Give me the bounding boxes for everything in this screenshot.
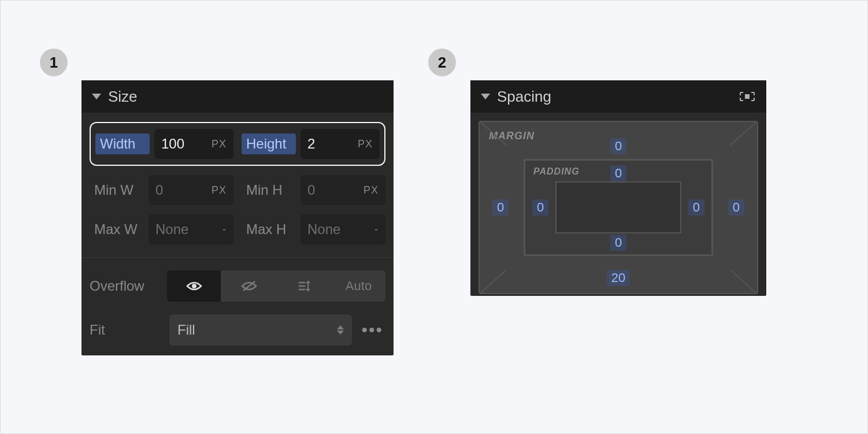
padding-bottom-input[interactable]: 0 (610, 235, 626, 251)
max-w-input[interactable]: None - (149, 214, 233, 244)
diag-line (480, 269, 507, 294)
height-input[interactable]: 2 PX (301, 129, 380, 159)
spacing-preset-button[interactable] (739, 91, 756, 102)
collapse-arrow-icon[interactable] (92, 94, 101, 99)
step-badge-2: 2 (428, 49, 456, 76)
padding-top-input[interactable]: 0 (610, 165, 626, 181)
margin-top-input[interactable]: 0 (610, 138, 626, 154)
min-w-unit[interactable]: PX (212, 184, 227, 196)
scroll-icon (297, 280, 311, 292)
width-unit[interactable]: PX (212, 138, 227, 150)
height-value[interactable]: 2 (307, 136, 340, 152)
overflow-hidden-button[interactable] (222, 270, 276, 302)
size-panel: Size Width 100 PX Height 2 PX Min W (81, 80, 394, 355)
max-w-label: Max W (90, 219, 144, 240)
padding-label: PADDING (533, 166, 580, 177)
spacing-panel: Spacing MARGIN 0 0 20 0 PADDING 0 0 0 (470, 80, 766, 296)
width-value[interactable]: 100 (161, 136, 194, 152)
max-w-value[interactable]: None (155, 221, 188, 238)
max-h-value[interactable]: None (307, 221, 340, 238)
spacing-panel-title: Spacing (497, 88, 551, 106)
size-panel-title: Size (108, 88, 138, 106)
fit-select[interactable]: Fill (169, 314, 352, 346)
margin-right-input[interactable]: 0 (728, 199, 744, 216)
max-h-label: Max H (242, 219, 296, 240)
min-h-label: Min H (242, 180, 296, 201)
min-h-value[interactable]: 0 (307, 182, 340, 198)
width-input[interactable]: 100 PX (154, 129, 233, 159)
overflow-visible-button[interactable] (167, 270, 221, 302)
overflow-label: Overflow (90, 278, 162, 294)
collapse-arrow-icon[interactable] (481, 94, 490, 99)
margin-bottom-input[interactable]: 20 (607, 270, 630, 286)
height-label[interactable]: Height (242, 133, 296, 154)
height-unit[interactable]: PX (358, 138, 373, 150)
fit-label: Fit (90, 322, 162, 338)
eye-off-icon (241, 280, 257, 292)
diag-line (730, 121, 757, 146)
width-height-row: Width 100 PX Height 2 PX (90, 122, 385, 166)
width-label[interactable]: Width (95, 133, 150, 154)
content-box (555, 181, 681, 233)
spacing-panel-header[interactable]: Spacing (470, 80, 766, 113)
svg-rect-5 (745, 94, 750, 99)
fit-value: Fill (177, 322, 195, 338)
max-h-unit[interactable]: - (374, 224, 379, 236)
divider (81, 257, 394, 258)
eye-icon (186, 280, 202, 292)
overflow-segmented: Auto (167, 270, 385, 302)
margin-left-input[interactable]: 0 (492, 199, 509, 216)
min-h-unit[interactable]: PX (363, 184, 379, 196)
padding-left-input[interactable]: 0 (532, 199, 548, 216)
svg-point-0 (192, 284, 196, 288)
padding-box: PADDING 0 0 0 0 (524, 159, 713, 256)
max-w-unit[interactable]: - (222, 224, 227, 236)
overflow-auto-button[interactable]: Auto (332, 270, 385, 302)
min-h-input[interactable]: 0 PX (301, 175, 385, 205)
min-w-label: Min W (90, 180, 144, 201)
margin-box: MARGIN 0 0 20 0 PADDING 0 0 0 0 (478, 121, 758, 294)
min-w-value[interactable]: 0 (155, 182, 188, 198)
size-panel-header[interactable]: Size (81, 80, 394, 113)
overflow-scroll-button[interactable] (277, 270, 331, 302)
max-h-input[interactable]: None - (301, 214, 385, 244)
diag-line (730, 269, 757, 294)
select-chevrons-icon (337, 325, 344, 335)
step-badge-1: 1 (40, 49, 68, 76)
min-w-input[interactable]: 0 PX (149, 175, 233, 205)
spacing-preset-icon (739, 91, 756, 102)
fit-more-button[interactable]: ••• (359, 320, 385, 340)
overflow-auto-text: Auto (346, 279, 372, 294)
padding-right-input[interactable]: 0 (688, 199, 704, 216)
